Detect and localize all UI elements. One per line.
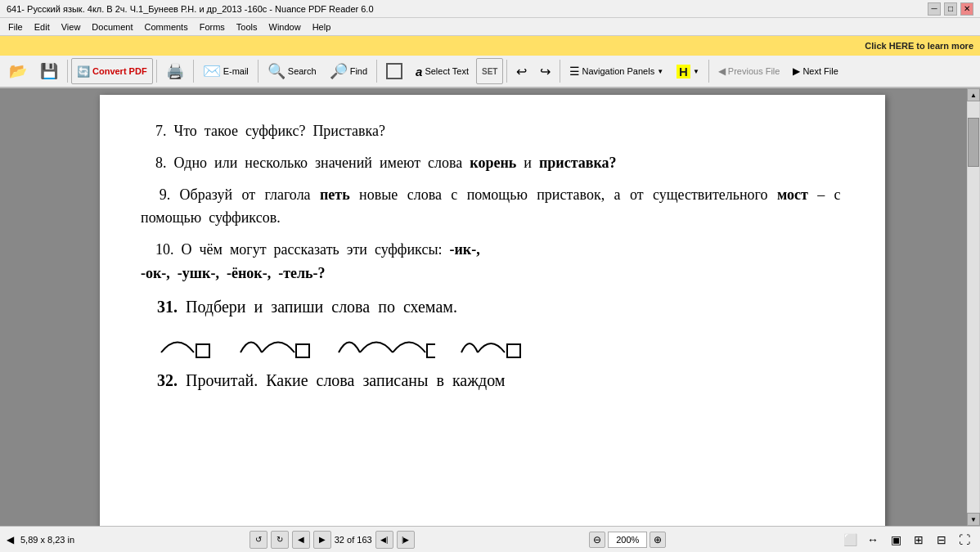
save-button[interactable]: 💾 (34, 58, 64, 84)
paragraph-31: 31. Подбери и запиши слова по схемам. (141, 294, 844, 320)
set-button[interactable]: SET (476, 58, 503, 84)
two-page-button[interactable]: ▣ (887, 531, 905, 549)
bold-pet: петь (320, 186, 350, 203)
redo-button[interactable]: ↪ (534, 58, 556, 84)
pdf-page: 7. Что такое суффикс? Приставка? 8. Одно… (100, 95, 885, 526)
next-page-button[interactable]: ▶ (313, 531, 331, 549)
open-button[interactable]: 📂 (3, 58, 33, 84)
search-button[interactable]: 🔍 Search (262, 58, 322, 84)
prev-file-icon: ◀ (718, 65, 726, 77)
redo-icon: ↪ (540, 64, 551, 79)
highlight-button[interactable]: H ▼ (671, 58, 705, 84)
menu-help[interactable]: Help (308, 20, 336, 34)
menu-bar: File Edit View Document Comments Forms T… (0, 18, 980, 36)
prev-page-button[interactable]: ◀ (292, 531, 310, 549)
paragraph-10: 10. О чём могут рассказать эти суффиксы:… (141, 238, 844, 285)
print-button[interactable]: 🖨️ (160, 58, 190, 84)
save-icon: 💾 (40, 64, 58, 79)
pdf-view-area[interactable]: 7. Что такое суффикс? Приставка? 8. Одно… (8, 88, 967, 526)
menu-file[interactable]: File (3, 20, 28, 34)
page-info-label: 32 of 163 (335, 535, 372, 545)
separator4 (258, 60, 258, 83)
svg-rect-1 (296, 344, 309, 357)
bold-pristavka: приставка? (539, 155, 617, 171)
find-button[interactable]: 🔎 Find (324, 58, 373, 84)
next-file-button[interactable]: ▶ Next File (787, 58, 843, 84)
highlight-chevron-icon: ▼ (693, 68, 699, 75)
svg-rect-2 (427, 344, 435, 357)
zoom-in-button[interactable]: ⊕ (650, 532, 666, 548)
menu-window[interactable]: Window (264, 20, 306, 34)
zoom-input[interactable] (608, 532, 647, 548)
menu-comments[interactable]: Comments (140, 20, 193, 34)
fullscreen-button[interactable]: ⛶ (955, 531, 973, 549)
rotate-left-button[interactable]: ↺ (249, 531, 267, 549)
ad-text: Click HERE to learn more (865, 41, 973, 51)
scroll-thumb[interactable] (968, 118, 979, 167)
fit-page-button[interactable]: ⬜ (841, 531, 859, 549)
bold-koren: корень (470, 155, 516, 171)
rotate-right-button[interactable]: ↻ (271, 531, 289, 549)
svg-rect-3 (507, 344, 520, 357)
maximize-button[interactable]: □ (944, 2, 957, 16)
scroll-left-icon[interactable]: ◀ (7, 534, 14, 545)
close-button[interactable]: ✕ (960, 2, 973, 16)
toolbar: 📂 💾 🔄 Convert PDF 🖨️ ✉️ E-mail 🔍 Search … (0, 56, 980, 88)
split-view-button[interactable]: ⊞ (910, 531, 928, 549)
page-navigation: ↺ ↻ ◀ ▶ 32 of 163 ◀| |▶ (249, 531, 415, 549)
highlight-icon: H (677, 65, 690, 79)
find-label: Find (350, 66, 367, 76)
fit-width-button[interactable]: ↔ (864, 531, 882, 549)
cursor-icon: a (416, 65, 422, 79)
set-label: SET (482, 67, 497, 76)
separator (67, 60, 68, 83)
view-mode-button[interactable]: ⊟ (933, 531, 951, 549)
folder-icon: 📂 (9, 64, 27, 79)
bold-most: мост (777, 186, 808, 203)
prev-file-button[interactable]: ◀ Previous File (713, 58, 786, 84)
menu-view[interactable]: View (56, 20, 86, 34)
convert-pdf-button[interactable]: 🔄 Convert PDF (71, 58, 153, 84)
paragraph-32: 32. Прочитай. Какие слова записаны в каж… (141, 367, 844, 393)
separator8 (708, 60, 709, 83)
print-icon: 🖨️ (166, 64, 184, 79)
menu-forms[interactable]: Forms (195, 20, 230, 34)
nav-panels-icon: ☰ (569, 65, 580, 78)
status-left: ◀ 5,89 x 8,23 in (7, 534, 74, 545)
separator2 (156, 60, 157, 83)
paragraph-9: 9. Образуй от глагола петь новые слова с… (141, 183, 844, 231)
undo-button[interactable]: ↩ (510, 58, 533, 84)
diagram-1 (157, 328, 214, 361)
search-label: Search (288, 66, 317, 76)
prev-file-label: Previous File (728, 66, 780, 76)
select-text-label: Select Text (425, 66, 469, 76)
zoom-control: ⊖ ⊕ (589, 532, 666, 548)
zoom-out-button[interactable]: ⊖ (589, 532, 605, 548)
status-right: ⬜ ↔ ▣ ⊞ ⊟ ⛶ (841, 531, 973, 549)
select-box-button[interactable] (380, 58, 408, 84)
select-text-button[interactable]: a Select Text (410, 58, 474, 84)
next-file-label: Next File (802, 66, 838, 76)
svg-rect-0 (196, 344, 209, 357)
separator7 (560, 60, 560, 83)
undo-icon: ↩ (516, 64, 527, 79)
menu-tools[interactable]: Tools (232, 20, 263, 34)
nav-panels-button[interactable]: ☰ Navigation Panels ▼ (564, 58, 669, 84)
ad-bar[interactable]: Click HERE to learn more (0, 36, 980, 56)
email-button[interactable]: ✉️ E-mail (197, 58, 254, 84)
separator5 (376, 60, 377, 83)
scroll-down-button[interactable]: ▼ (967, 513, 980, 526)
right-scrollbar[interactable]: ▲ ▼ (967, 88, 980, 526)
nav-panels-label: Navigation Panels (582, 66, 654, 76)
first-page-button[interactable]: ◀| (375, 531, 393, 549)
minimize-button[interactable]: ─ (928, 2, 941, 16)
left-resize-handle[interactable] (0, 88, 8, 526)
menu-document[interactable]: Document (87, 20, 137, 34)
last-page-button[interactable]: |▶ (397, 531, 415, 549)
email-icon: ✉️ (203, 64, 221, 79)
menu-edit[interactable]: Edit (29, 20, 55, 34)
separator3 (193, 60, 194, 83)
scroll-up-button[interactable]: ▲ (967, 88, 980, 101)
diagram-row (141, 328, 844, 361)
bold-suffixes: -ок-, -ушк-, -ёнок-, -тель-? (141, 265, 326, 281)
